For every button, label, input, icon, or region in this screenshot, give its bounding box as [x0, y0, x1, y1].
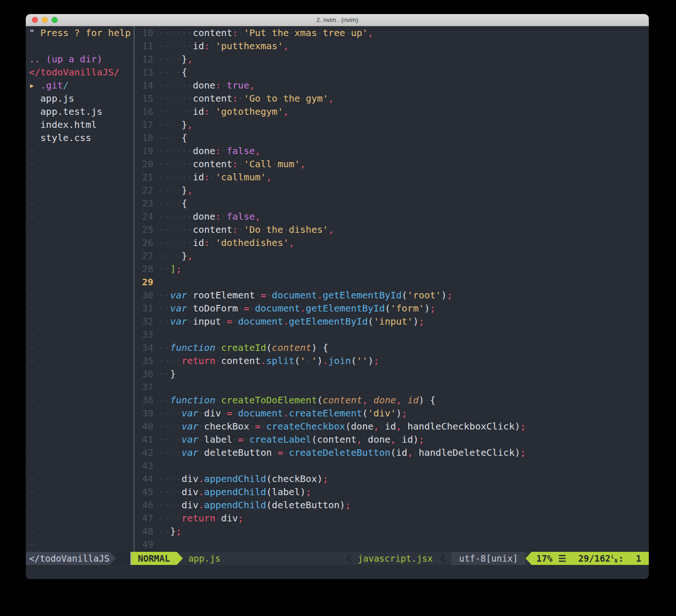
empty-line-tilde: ~: [29, 459, 134, 472]
line-number: 23: [138, 197, 153, 210]
minimize-button[interactable]: [42, 17, 48, 23]
line-number: 27: [138, 249, 153, 262]
code-line-10[interactable]: 10······content:·'Put·the·xmas·tree·up',: [135, 26, 649, 39]
empty-line-tilde: ~: [29, 420, 134, 433]
line-number: 19: [138, 144, 153, 157]
code-line-42[interactable]: 42····var·deleteButton·=·createDeleteBut…: [135, 446, 649, 459]
tree-file-index-html[interactable]: index.html: [29, 118, 134, 131]
code-line-29[interactable]: 29: [135, 275, 649, 289]
cursor-column: 1: [636, 552, 641, 565]
line-number: 18: [138, 131, 153, 144]
tree-root[interactable]: </todoVanillaJS/: [29, 66, 134, 79]
line-number: 21: [138, 171, 153, 184]
code-line-19[interactable]: 19······done:·false,: [135, 144, 649, 157]
line-number: 49: [138, 538, 153, 551]
code-line-39[interactable]: 39····var·div·=·document.createElement('…: [135, 407, 649, 420]
line-number: 22: [138, 184, 153, 197]
code-line-23[interactable]: 23····{: [135, 197, 649, 210]
code-line-14[interactable]: 14······done:·true,: [135, 79, 649, 92]
zoom-button[interactable]: [52, 17, 58, 23]
code-text: ······content:·'Put·the·xmas·tree·up',: [159, 26, 374, 39]
cursor-line-position: 29/162: [578, 552, 610, 565]
code-line-40[interactable]: 40····var·checkBox·=·createCheckbox(done…: [135, 420, 649, 433]
empty-line-tilde: ~: [29, 289, 134, 302]
nerdtree-statusline: </todoVanillaJS: [26, 552, 130, 565]
code-line-37[interactable]: 37: [135, 380, 649, 393]
code-line-36[interactable]: 36··}: [135, 367, 649, 380]
code-line-45[interactable]: 45····div.appendChild(label);: [135, 485, 649, 498]
mode-indicator: NORMAL: [131, 552, 177, 565]
code-line-11[interactable]: 11······id:·'putthexmas',: [135, 39, 649, 52]
powerline-arrow-icon: [526, 552, 532, 565]
code-text: ··};: [159, 525, 181, 538]
command-line[interactable]: [26, 565, 649, 579]
code-text: ····{: [159, 66, 187, 79]
line-number: 17: [138, 118, 153, 131]
empty-line-tilde: ~: [29, 328, 134, 341]
code-line-49[interactable]: 49: [135, 538, 649, 551]
titlebar[interactable]: 2. nvim . (nvim): [26, 14, 649, 26]
code-text: ····return·div;: [159, 512, 244, 525]
code-line-15[interactable]: 15······content:·'Go·to·the·gym',: [135, 92, 649, 105]
code-line-26[interactable]: 26······id:·'dothedishes',: [135, 236, 649, 249]
code-line-17[interactable]: 17····},: [135, 118, 649, 131]
empty-line-tilde: ~: [29, 433, 134, 446]
code-line-43[interactable]: 43: [135, 459, 649, 472]
line-number: 46: [138, 498, 153, 512]
line-number: 37: [138, 380, 153, 393]
code-line-21[interactable]: 21······id:·'callmum',: [135, 171, 649, 184]
line-number: 31: [138, 302, 153, 315]
line-number: 16: [138, 105, 153, 118]
encoding-label: utf-8[unix]: [451, 552, 526, 565]
code-line-24[interactable]: 24······done:·false,: [135, 210, 649, 223]
code-text: ····},: [159, 249, 193, 262]
code-text: ··var·toDoForm·=·document.getElementById…: [159, 302, 436, 315]
empty-line-tilde: ~: [29, 446, 134, 459]
code-line-30[interactable]: 30··var·rootElement·=·document.getElemen…: [135, 289, 649, 302]
terminal-window: 2. nvim . (nvim) " Press ? for help.. (u…: [26, 14, 649, 579]
editor-buffer[interactable]: 10······content:·'Put·the·xmas·tree·up',…: [135, 26, 649, 552]
line-number: 28: [138, 262, 153, 275]
tree-file-style-css[interactable]: style.css: [29, 131, 134, 144]
code-text: ··function·createId(content)·{: [159, 341, 328, 354]
code-line-41[interactable]: 41····var·label·=·createLabel(content,·d…: [135, 433, 649, 446]
code-line-28[interactable]: 28··];: [135, 262, 649, 275]
code-text: ······id:·'dothedishes',: [159, 236, 294, 249]
code-line-46[interactable]: 46····div.appendChild(deleteButton);: [135, 498, 649, 512]
powerline-arrow-icon: [110, 552, 116, 565]
code-line-32[interactable]: 32··var·input·=·document.getElementById(…: [135, 315, 649, 328]
code-text: ··];: [159, 262, 181, 275]
empty-line-tilde: ~: [29, 184, 134, 197]
code-line-18[interactable]: 18····{: [135, 131, 649, 144]
code-line-27[interactable]: 27····},: [135, 249, 649, 262]
code-line-12[interactable]: 12····},: [135, 52, 649, 66]
code-line-33[interactable]: 33: [135, 328, 649, 341]
line-number: 40: [138, 420, 153, 433]
close-button[interactable]: [32, 17, 38, 23]
code-line-13[interactable]: 13····{: [135, 66, 649, 79]
empty-line-tilde: ~: [29, 249, 134, 262]
code-line-16[interactable]: 16······id:·'gotothegym',: [135, 105, 649, 118]
tree-help-line: " Press ? for help: [29, 26, 134, 39]
code-text: ····var·deleteButton·=·createDeleteButto…: [159, 446, 526, 459]
tree-file-app-js[interactable]: app.js: [29, 92, 134, 105]
code-line-20[interactable]: 20······content:·'Call·mum',: [135, 157, 649, 171]
code-line-31[interactable]: 31··var·toDoForm·=·document.getElementBy…: [135, 302, 649, 315]
code-text: ······done:·true,: [159, 79, 255, 92]
tree-up-dir[interactable]: .. (up a dir): [29, 52, 134, 66]
code-text: ····div.appendChild(deleteButton);: [159, 498, 351, 512]
code-line-48[interactable]: 48··};: [135, 525, 649, 538]
tree-file-app-test-js[interactable]: app.test.js: [29, 105, 134, 118]
code-text: ····div.appendChild(checkBox);: [159, 472, 328, 485]
tree-dir-git[interactable]: ▸ .git/: [29, 79, 134, 92]
code-line-44[interactable]: 44····div.appendChild(checkBox);: [135, 472, 649, 485]
empty-line-tilde: ~: [29, 275, 134, 289]
code-text: ··var·rootElement·=·document.getElementB…: [159, 289, 452, 302]
code-line-35[interactable]: 35····return·content.split('·').join('')…: [135, 354, 649, 367]
code-line-38[interactable]: 38··function·createToDoElement(content,·…: [135, 393, 649, 407]
empty-line-tilde: ~: [29, 315, 134, 328]
code-line-47[interactable]: 47····return·div;: [135, 512, 649, 525]
code-line-25[interactable]: 25······content:·'Do·the·dishes',: [135, 223, 649, 236]
code-line-34[interactable]: 34··function·createId(content)·{: [135, 341, 649, 354]
code-line-22[interactable]: 22····},: [135, 184, 649, 197]
